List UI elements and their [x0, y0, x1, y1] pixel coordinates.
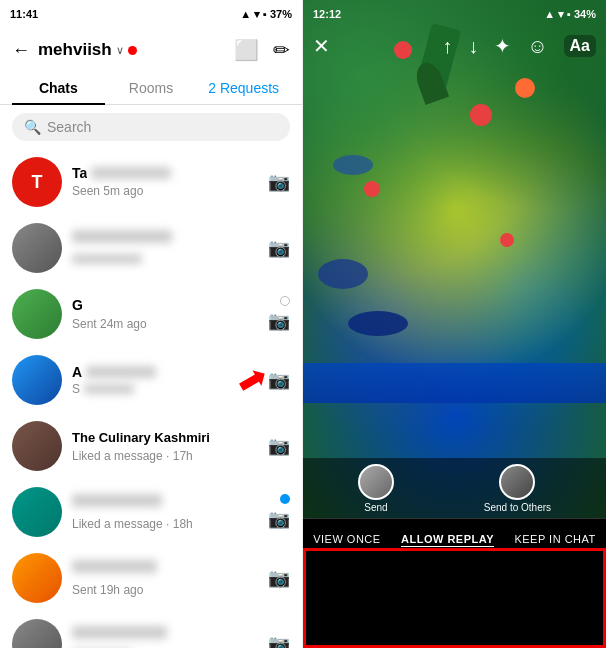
avatar-image [12, 223, 62, 273]
back-button[interactable]: ← [12, 40, 30, 61]
chat-info [72, 625, 262, 649]
flower-decoration [515, 78, 535, 98]
chat-name: A [72, 364, 82, 380]
chat-item[interactable]: The Culinary Kashmiri Liked a message · … [0, 413, 302, 479]
search-bar[interactable]: 🔍 Search [12, 113, 290, 141]
chat-sub-blur [84, 384, 134, 394]
flower-decoration [500, 233, 514, 247]
story-image [303, 0, 606, 518]
compose-icon[interactable]: ✏ [273, 38, 290, 62]
camera-icon[interactable]: 📷 [268, 508, 290, 530]
camera-icon[interactable]: 📷 [268, 567, 290, 589]
header-actions: ⬜ ✏ [234, 38, 290, 62]
chat-sub: Liked a message · 18h [72, 517, 193, 531]
send-others-item[interactable]: Send to Others [484, 464, 551, 513]
flower-decoration [470, 104, 492, 126]
story-background [303, 0, 606, 518]
story-send-area: Send Send to Others [303, 458, 606, 518]
chat-right: 📷 [268, 369, 290, 391]
chat-info: A S [72, 364, 262, 396]
story-top-bar: ✕ ↑ ↓ ✦ ☺ Aa [303, 28, 606, 64]
send-label: Send [364, 502, 387, 513]
signal-icon: ▲ [240, 8, 251, 20]
wifi-icon-right: ▾ [558, 8, 564, 21]
chat-right: 📷 [268, 494, 290, 530]
chat-name: The Culinary Kashmiri [72, 430, 210, 445]
status-time: 11:41 [10, 8, 38, 20]
flower-decoration [364, 181, 380, 197]
camera-icon[interactable]: 📷 [268, 237, 290, 259]
story-top-actions: ↑ ↓ ✦ ☺ Aa [442, 34, 596, 58]
chat-item[interactable]: Liked a message · 18h 📷 [0, 479, 302, 545]
battery-level: 37% [270, 8, 292, 20]
tabs-bar: Chats Rooms 2 Requests [0, 72, 302, 105]
chat-sub: Sent 19h ago [72, 583, 143, 597]
avatar-image [12, 619, 62, 648]
status-time-right: 12:12 [313, 8, 341, 20]
share-icon[interactable]: ↑ [442, 35, 452, 58]
close-icon[interactable]: ✕ [313, 34, 330, 58]
chat-item[interactable]: G Sent 24m ago 📷 [0, 281, 302, 347]
view-once-button[interactable]: VIEW ONCE [307, 529, 386, 549]
avatar [12, 289, 62, 339]
download-icon[interactable]: ↓ [468, 35, 478, 58]
allow-replay-button[interactable]: ALLOW REPLAY [395, 529, 500, 549]
avatar [12, 619, 62, 648]
chat-name: G [72, 297, 83, 313]
wifi-icon: ▾ [254, 8, 260, 21]
tab-rooms[interactable]: Rooms [105, 72, 198, 104]
chat-info: G Sent 24m ago [72, 296, 262, 332]
chat-name-blur [91, 167, 171, 179]
wave-decoration [333, 155, 373, 175]
chat-name-blur [86, 366, 156, 378]
signal-icon-right: ▲ [544, 8, 555, 20]
keep-in-chat-button[interactable]: KEEP IN CHAT [508, 529, 601, 549]
chat-item[interactable]: 📷 [0, 215, 302, 281]
chat-name-blur [72, 230, 172, 243]
emoji-icon[interactable]: ☺ [527, 35, 547, 58]
header-left: ← mehviish ∨ [12, 40, 137, 61]
tab-requests[interactable]: 2 Requests [197, 72, 290, 104]
chat-name-blur [72, 494, 162, 507]
camera-icon[interactable]: 📷 [268, 369, 290, 391]
send-item[interactable]: Send [358, 464, 394, 513]
chat-right: 📷 [268, 633, 290, 648]
chat-item[interactable]: Sent 19h ago 📷 [0, 545, 302, 611]
avatar [12, 421, 62, 471]
wave-decoration [348, 311, 408, 336]
chat-name-blur [72, 626, 167, 639]
battery-level-right: 34% [574, 8, 596, 20]
chat-item[interactable]: T Ta Seen 5m ago 📷 [0, 149, 302, 215]
chat-info: Ta Seen 5m ago [72, 165, 262, 199]
unread-dot [280, 494, 290, 504]
avatar [12, 355, 62, 405]
left-panel: 11:41 ▲ ▾ ▪ 37% ← mehviish ∨ ⬜ ✏ Chats R… [0, 0, 303, 648]
status-icons-right: ▲ ▾ ▪ 34% [544, 8, 596, 21]
video-call-icon[interactable]: ⬜ [234, 38, 259, 62]
right-panel: 12:12 ▲ ▾ ▪ 34% ✕ ↑ ↓ ✦ ☺ Aa [303, 0, 606, 648]
chat-item[interactable]: A S 📷 ➡ [0, 347, 302, 413]
status-bar-right: 12:12 ▲ ▾ ▪ 34% [303, 0, 606, 28]
chevron-down-icon[interactable]: ∨ [116, 44, 124, 57]
camera-icon[interactable]: 📷 [268, 435, 290, 457]
chat-list: T Ta Seen 5m ago 📷 📷 [0, 149, 302, 648]
sparkle-icon[interactable]: ✦ [494, 34, 511, 58]
chat-item[interactable]: 📷 [0, 611, 302, 648]
chat-info [72, 229, 262, 268]
chat-sub: Sent 24m ago [72, 317, 147, 331]
status-bar-left: 11:41 ▲ ▾ ▪ 37% [0, 0, 302, 28]
camera-icon[interactable]: 📷 [268, 310, 290, 332]
username-label: mehviish [38, 40, 112, 60]
chat-name: Ta [72, 165, 87, 181]
camera-icon[interactable]: 📷 [268, 633, 290, 648]
options-row: VIEW ONCE ALLOW REPLAY KEEP IN CHAT [303, 518, 606, 567]
avatar-image [12, 553, 62, 603]
battery-icon: ▪ [263, 8, 267, 20]
avatar [12, 553, 62, 603]
camera-icon[interactable]: 📷 [268, 171, 290, 193]
send-others-avatar [499, 464, 535, 500]
tab-chats[interactable]: Chats [12, 72, 105, 104]
search-icon: 🔍 [24, 119, 41, 135]
text-tool-button[interactable]: Aa [564, 35, 596, 57]
active-status-dot [128, 46, 137, 55]
